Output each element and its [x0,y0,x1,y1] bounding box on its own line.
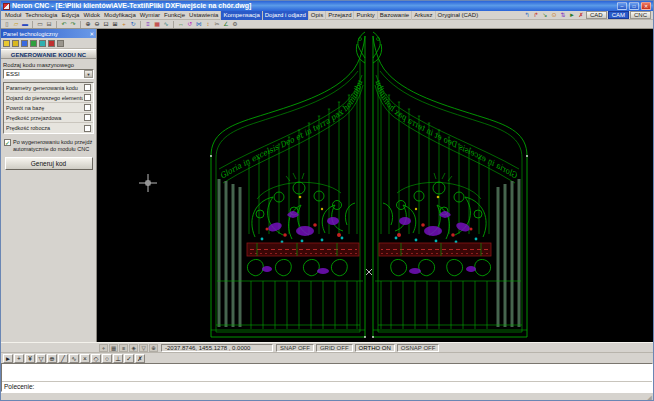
gate-drawing: Gloria in excelsis Deo et in terra pax h… [97,29,654,342]
module-cad-button[interactable]: CAD [586,11,607,19]
mode-button-przejazd[interactable]: Przejazd [325,11,353,20]
settings-icon[interactable]: ⚙ [231,20,239,28]
toggle-snap-off[interactable]: SNAP OFF [276,344,314,352]
menu-modyfikacja[interactable]: Modyfikacja [102,11,138,20]
mode-button-dojazd-i-odjazd[interactable]: Dojazd i odjazd [262,11,308,20]
coords-mode-icon[interactable]: ⊕ [149,344,158,352]
option-checkbox[interactable] [84,84,91,91]
erase-icon[interactable]: × [80,354,90,363]
info-icon[interactable] [57,40,64,47]
mode-button-punkty[interactable]: Punkty [353,11,376,20]
zoom-in-icon[interactable]: ⊕ [84,20,92,28]
open-technology-icon[interactable] [3,40,10,47]
filter-icon[interactable]: ▽ [139,344,148,352]
module-cnc-button[interactable]: CNC [630,11,651,19]
resize-grip-icon[interactable]: ◢ [647,393,652,401]
mode-button-opis[interactable]: Opis [308,11,325,20]
panel-close-icon[interactable]: ✕ [89,30,94,38]
chevron-down-icon[interactable]: ▼ [84,70,93,78]
line-icon[interactable]: ╱ [58,354,68,363]
mirror-icon[interactable]: ⋈ [195,20,203,28]
mode-button-orygina-cad[interactable]: Oryginał (CAD) [435,11,481,20]
option-checkbox[interactable] [84,104,91,111]
option-checkbox[interactable] [84,125,91,132]
mode-button-arkusz[interactable]: Arkusz [411,11,434,20]
menu-wymiar[interactable]: Wymiar [138,11,162,20]
menu-funkcje[interactable]: Funkcje [162,11,187,20]
lead-in-icon[interactable]: ↘ [541,11,549,19]
grid-display-icon[interactable]: ▦ [109,344,118,352]
option-checkbox[interactable] [84,94,91,101]
figures-group [252,173,355,243]
print-preview-icon[interactable]: ⊟ [45,20,53,28]
zoom-window-icon[interactable]: ⊡ [102,20,110,28]
toggle-ortho-on[interactable]: ORTHO ON [355,344,395,352]
circle-center-icon[interactable]: ⊕ [47,354,57,363]
bottom-bar: ◢ [1,392,653,401]
move-icon[interactable]: ↔ [177,20,185,28]
module-cam-button[interactable]: CAM [608,11,629,19]
undo-icon[interactable]: ↶ [60,20,68,28]
menu-widok[interactable]: Widok [81,11,102,20]
scale-icon[interactable]: ↕ [204,20,212,28]
triangle-icon[interactable]: ▽ [36,354,46,363]
trim-icon[interactable]: ✂ [213,20,221,28]
redo-icon[interactable]: ↷ [69,20,77,28]
close-button[interactable]: ✕ [641,2,651,10]
simulate-icon[interactable]: ► [568,11,576,19]
perpendicular-icon[interactable]: ⊥ [113,354,123,363]
crosshair-icon[interactable]: + [14,354,24,363]
mode-button-bazowanie[interactable]: Bazowanie [377,11,411,20]
save-technology-icon[interactable] [12,40,19,47]
layers-status-icon[interactable]: ≡ [119,344,128,352]
rotate-icon[interactable]: ↺ [186,20,194,28]
save-icon[interactable]: ▬ [21,20,29,28]
technology-panel: Panel technologiczny ✕ GENEROWANIE KODU … [1,29,97,342]
kerf-left-icon[interactable]: ↰ [523,11,531,19]
option-checkbox[interactable] [84,114,91,121]
menu-technologia[interactable]: Technologia [23,11,59,20]
ucs-icon[interactable]: ⌖ [99,344,108,352]
command-prompt-row[interactable]: Polecenie: [2,381,652,391]
machine-icon[interactable] [21,40,28,47]
kerf-right-icon[interactable]: ↱ [532,11,540,19]
measure-icon[interactable]: ∠ [222,20,230,28]
sequence-icon[interactable]: ⇅ [559,11,567,19]
menu-modu[interactable]: Moduł [3,11,23,20]
mode-button-kompensacja[interactable]: Kompensacja [220,11,261,20]
regen-icon[interactable]: ↻ [129,20,137,28]
circle-icon[interactable]: ○ [102,354,112,363]
new-file-icon[interactable]: ▯ [3,20,11,28]
layers-icon[interactable]: ≡ [144,20,152,28]
linetype-icon[interactable]: ∿ [162,20,170,28]
separator [173,21,174,28]
code-type-dropdown[interactable]: ESSI ▼ [3,69,94,79]
simulation-icon[interactable] [39,40,46,47]
toggle-grid-off[interactable]: GRID OFF [316,344,353,352]
start-point-icon[interactable]: ⊙ [550,11,558,19]
diamond-icon[interactable]: ◇ [91,354,101,363]
stop-icon[interactable]: ✗ [577,11,585,19]
zoom-out-icon[interactable]: ⊖ [93,20,101,28]
minimize-button[interactable]: – [617,2,627,10]
color-icon[interactable]: ▦ [153,20,161,28]
lock-icon[interactable]: ◈ [129,344,138,352]
generate-code-button[interactable]: Generuj kod [5,157,93,170]
delete-icon[interactable] [48,40,55,47]
pan-icon[interactable]: + [120,20,128,28]
print-icon[interactable]: ▭ [36,20,44,28]
zoom-extents-icon[interactable]: ⊞ [111,20,119,28]
open-file-icon[interactable]: ▱ [12,20,20,28]
maximize-button[interactable]: □ [629,2,639,10]
cancel-icon[interactable]: ✗ [135,354,145,363]
menu-edycja[interactable]: Edycja [59,11,81,20]
toggle-osnap-off[interactable]: OSNAP OFF [397,344,440,352]
menu-ustawienia[interactable]: Ustawienia [187,11,220,20]
drawing-canvas[interactable]: Gloria in excelsis Deo et in terra pax h… [97,29,654,342]
polyline-icon[interactable]: ∿ [69,354,79,363]
auto-option-checkbox[interactable]: ✓ [4,139,11,146]
snap-point-icon[interactable]: ¥ [25,354,35,363]
torch-icon[interactable] [30,40,37,47]
pointer-icon[interactable]: ► [3,354,13,363]
confirm-icon[interactable]: ✓ [124,354,134,363]
